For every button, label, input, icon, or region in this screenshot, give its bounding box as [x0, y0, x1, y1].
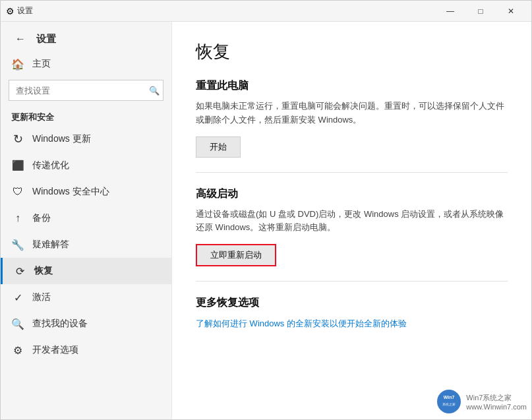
sidebar-item-home[interactable]: 🏠 主页	[1, 51, 171, 77]
advanced-section-desc: 通过设备或磁盘(如 U 盘或 DVD)启动，更改 Windows 启动设置，或者…	[196, 208, 508, 235]
page-title: 恢复	[196, 40, 508, 63]
activation-icon: ✓	[11, 291, 24, 304]
search-icon: 🔍	[149, 86, 160, 96]
sidebar-title: 设置	[36, 33, 56, 45]
developer-icon: ⚙	[11, 344, 24, 357]
section-label: 更新和安全	[1, 106, 171, 126]
nav-label-security: Windows 安全中心	[32, 186, 109, 198]
nav-label-delivery: 传递优化	[32, 160, 69, 171]
close-button[interactable]: ✕	[496, 1, 526, 22]
minimize-button[interactable]: —	[435, 1, 465, 22]
watermark: Win7 系统之家 Win7系统之家 www.Winwin7.com	[436, 388, 527, 415]
find-device-icon: 🔍	[11, 317, 24, 330]
sidebar-item-security[interactable]: 🛡 Windows 安全中心	[1, 179, 171, 205]
search-box: 🔍	[9, 80, 163, 101]
restart-now-button[interactable]: 立即重新启动	[196, 244, 276, 266]
backup-icon: ↑	[11, 212, 24, 225]
shield-icon: 🛡	[11, 185, 24, 198]
window-controls: — □ ✕	[435, 1, 526, 22]
sidebar-item-troubleshoot[interactable]: 🔧 疑难解答	[1, 231, 171, 258]
recovery-icon: ⟳	[13, 264, 26, 278]
watermark-url: www.Winwin7.com	[466, 403, 527, 411]
nav-label-windows-update: Windows 更新	[32, 133, 91, 145]
divider-1	[196, 172, 508, 173]
sidebar-item-recovery[interactable]: ⟳ 恢复	[1, 258, 171, 284]
sidebar-item-developer[interactable]: ⚙ 开发者选项	[1, 337, 171, 363]
watermark-text: Win7系统之家 www.Winwin7.com	[466, 393, 527, 411]
reset-section-desc: 如果电脑未正常运行，重置电脑可能会解决问题。重置时，可以选择保留个人文件或删除个…	[196, 100, 508, 127]
sidebar-header: ← 设置	[1, 22, 171, 51]
settings-icon: ⚙	[6, 6, 15, 16]
nav-label-backup: 备份	[32, 212, 51, 224]
troubleshoot-icon: 🔧	[11, 238, 24, 251]
maximize-button[interactable]: □	[465, 1, 496, 22]
reset-section-title: 重置此电脑	[196, 79, 508, 93]
nav-label-recovery: 恢复	[34, 265, 53, 277]
watermark-logo: Win7 系统之家	[436, 388, 462, 415]
svg-point-0	[437, 390, 461, 413]
sidebar-item-windows-update[interactable]: ↻ Windows 更新	[1, 126, 171, 152]
divider-2	[196, 281, 508, 282]
nav-label-find-device: 查找我的设备	[32, 318, 88, 330]
titlebar-title: 设置	[17, 5, 435, 16]
sidebar-item-backup[interactable]: ↑ 备份	[1, 205, 171, 231]
nav-label-activation: 激活	[32, 291, 51, 303]
home-label: 主页	[32, 58, 51, 70]
back-button[interactable]: ←	[11, 30, 30, 48]
sidebar-item-find-device[interactable]: 🔍 查找我的设备	[1, 311, 171, 337]
reset-button[interactable]: 开始	[196, 136, 241, 158]
sidebar: ← 设置 🏠 主页 🔍 更新和安全 ↻ Windo	[1, 22, 172, 419]
nav-label-developer: 开发者选项	[32, 344, 78, 356]
search-input[interactable]	[9, 80, 163, 101]
advanced-section-title: 高级启动	[196, 187, 508, 201]
titlebar: ⚙ 设置 — □ ✕	[1, 1, 531, 22]
home-icon: 🏠	[11, 57, 24, 71]
more-options-title: 更多恢复选项	[196, 296, 508, 310]
nav-label-troubleshoot: 疑难解答	[32, 239, 69, 251]
main-content: ← 设置 🏠 主页 🔍 更新和安全 ↻ Windo	[1, 22, 531, 419]
learn-more-link[interactable]: 了解如何进行 Windows 的全新安装以便开始全新的体验	[196, 318, 407, 328]
delivery-icon: ⬛	[11, 159, 24, 172]
svg-text:Win7: Win7	[444, 395, 455, 400]
sidebar-item-activation[interactable]: ✓ 激活	[1, 284, 171, 311]
watermark-site: Win7系统之家	[466, 393, 527, 403]
sidebar-item-delivery[interactable]: ⬛ 传递优化	[1, 152, 171, 179]
content-panel: 恢复 重置此电脑 如果电脑未正常运行，重置电脑可能会解决问题。重置时，可以选择保…	[172, 22, 531, 419]
svg-text:系统之家: 系统之家	[442, 402, 456, 406]
refresh-icon: ↻	[11, 133, 24, 146]
